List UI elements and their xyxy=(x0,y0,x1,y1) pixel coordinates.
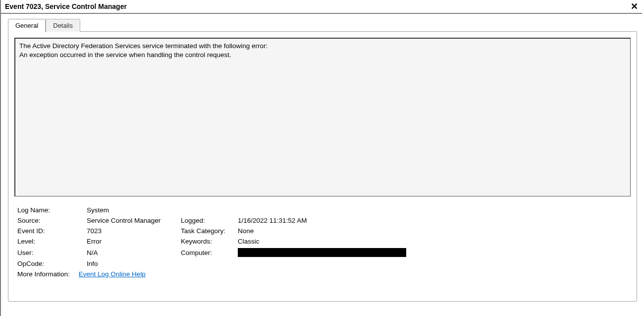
event-id-value: 7023 xyxy=(87,227,181,235)
close-icon[interactable]: ✕ xyxy=(629,2,640,11)
opcode-label: OpCode: xyxy=(17,260,87,267)
event-properties: Log Name: System Source: Service Control… xyxy=(14,206,631,278)
user-value: N/A xyxy=(87,249,181,256)
more-info-label: More Information: xyxy=(17,270,70,278)
source-value: Service Control Manager xyxy=(87,217,181,224)
keywords-value: Classic xyxy=(238,238,631,245)
level-value: Error xyxy=(87,238,181,245)
logged-value: 1/16/2022 11:31:52 AM xyxy=(238,217,631,224)
more-info-row: More Information: Event Log Online Help xyxy=(17,270,631,278)
tab-area: General Details The Active Directory Fed… xyxy=(1,14,644,302)
tab-panel-general: The Active Directory Federation Services… xyxy=(8,31,637,302)
logged-label: Logged: xyxy=(181,217,238,224)
titlebar: Event 7023, Service Control Manager ✕ xyxy=(1,0,644,13)
log-name-value: System xyxy=(87,206,181,214)
tab-row: General Details xyxy=(8,19,637,32)
source-label: Source: xyxy=(17,217,87,224)
computer-label: Computer: xyxy=(181,249,238,256)
window-title: Event 7023, Service Control Manager xyxy=(5,2,127,10)
user-label: User: xyxy=(17,249,87,256)
computer-value xyxy=(238,248,631,257)
tab-details[interactable]: Details xyxy=(46,19,80,32)
task-category-value: None xyxy=(238,227,631,235)
level-label: Level: xyxy=(17,238,87,245)
task-category-label: Task Category: xyxy=(181,227,238,235)
tab-general[interactable]: General xyxy=(8,19,46,32)
opcode-value: Info xyxy=(87,260,181,267)
event-message-box[interactable]: The Active Directory Federation Services… xyxy=(14,38,631,196)
event-log-online-help-link[interactable]: Event Log Online Help xyxy=(79,270,146,278)
keywords-label: Keywords: xyxy=(181,238,238,245)
log-name-label: Log Name: xyxy=(17,206,87,214)
properties-grid: Log Name: System Source: Service Control… xyxy=(17,206,631,267)
event-id-label: Event ID: xyxy=(17,227,87,235)
event-properties-window: Event 7023, Service Control Manager ✕ Ge… xyxy=(0,0,644,316)
redacted-computer-name xyxy=(238,248,406,257)
